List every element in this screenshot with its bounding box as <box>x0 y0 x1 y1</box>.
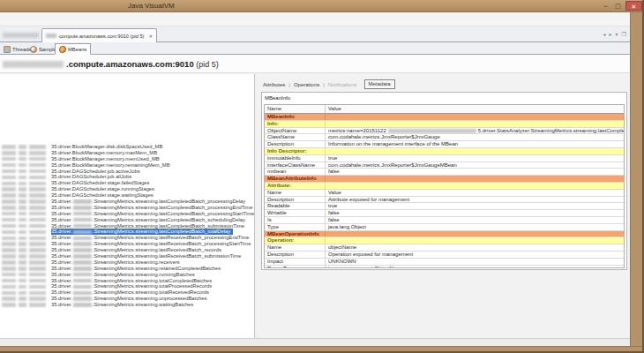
metadata-name-cell: Impact <box>265 259 326 265</box>
mbean-tree-item[interactable]: 35.driver..StreamingMetrics.streaming.re… <box>0 266 254 272</box>
mbean-tree-item[interactable]: 35.driver..StreamingMetrics.streaming.to… <box>0 278 254 284</box>
java-visualvm-window: Java VisualVM – ▢ ✕ compute.amazonaws.co… <box>0 0 644 353</box>
mbean-tree-item-label: 35.driver..StreamingMetrics.streaming.wa… <box>51 302 193 308</box>
window-titlebar[interactable]: Java VisualVM – ▢ ✕ <box>0 0 644 12</box>
redacted-prefix <box>0 237 51 241</box>
metadata-value-cell: com.codahale.metrics.JmxReporter$JmxGaug… <box>326 162 624 169</box>
mbean-tree-item[interactable]: 35.driver.DAGScheduler.stage.runningStag… <box>0 186 254 192</box>
tab-attributes[interactable]: Attributes <box>263 82 285 87</box>
metadata-row[interactable]: ImpactUNKNOWN <box>265 259 624 266</box>
metadata-name-cell: Writable <box>265 210 326 216</box>
metadata-row[interactable]: Writablefalse <box>265 210 624 217</box>
mbean-tree-item[interactable]: 35.driver..StreamingMetrics.streaming.la… <box>0 229 254 235</box>
metadata-name-cell: Info Descriptor: <box>265 148 326 154</box>
redacted-segment <box>73 212 92 216</box>
scroll-left-icon[interactable]: ◂ <box>603 31 606 38</box>
metadata-row[interactable]: ClassNamecom.codahale.metrics.JmxReporte… <box>265 134 624 141</box>
mbean-tree-item[interactable]: 35.driver.DAGScheduler.job.activeJobs <box>0 169 254 175</box>
mbean-tree-item[interactable]: 35.driver..StreamingMetrics.streaming.ru… <box>0 272 254 278</box>
scroll-right-icon[interactable]: ▸ <box>610 31 612 38</box>
mbean-tree-item[interactable]: 35.driver.BlockManager.memory.maxMem_MB <box>0 150 254 156</box>
close-button[interactable]: ✕ <box>625 1 642 11</box>
metadata-row[interactable]: MBeanInfo <box>265 114 624 121</box>
tab-metadata[interactable]: Metadata <box>364 79 395 89</box>
mbean-tree-item[interactable]: 35.driver.DAGScheduler.job.allJobs <box>0 174 254 180</box>
metadata-row[interactable]: MBeanAttributeInfo <box>265 176 624 183</box>
tab-mbeans[interactable]: MBeans <box>55 43 91 55</box>
tab-list-dropdown-icon[interactable]: ▾ <box>616 31 618 38</box>
tab-close-icon[interactable]: ✕ <box>148 34 153 39</box>
metadata-row[interactable]: Readabletrue <box>265 203 624 210</box>
mbean-tree-item[interactable]: 35.driver..StreamingMetrics.streaming.wa… <box>0 302 254 308</box>
metadata-row[interactable]: interfaceClassNamecom.codahale.metrics.J… <box>265 162 624 169</box>
mbean-tree-item[interactable]: 35.driver.BlockManager.disk.diskSpaceUse… <box>0 144 254 150</box>
metadata-row[interactable]: NameValue <box>265 190 624 197</box>
mbean-tree-item[interactable]: 35.driver..StreamingMetrics.streaming.to… <box>0 289 254 296</box>
mbean-tree-item[interactable]: 35.driver..StreamingMetrics.streaming.la… <box>0 205 254 211</box>
metadata-row[interactable]: Attribute: <box>265 183 624 190</box>
mbean-tree-item[interactable]: 35.driver..StreamingMetrics.streaming.la… <box>0 217 254 223</box>
window-title: Java VisualVM <box>128 2 175 10</box>
name-column-header[interactable]: Name <box>265 105 326 113</box>
metadata-name-cell: ReturnType <box>265 266 326 268</box>
metadata-row[interactable]: NameobjectName <box>265 244 624 252</box>
metadata-row[interactable]: Isfalse <box>265 217 624 224</box>
metadata-name-cell: Readable <box>265 203 326 209</box>
metadata-row[interactable]: ReturnTypejavax.management.ObjectName <box>265 266 624 268</box>
metadata-row[interactable]: MBeanOperationInfo <box>265 231 624 238</box>
metadata-row[interactable]: Info Descriptor: <box>265 148 624 155</box>
mbeans-icon <box>59 46 66 53</box>
mbean-tree-item[interactable]: 35.driver..StreamingMetrics.streaming.la… <box>0 223 254 229</box>
metadata-row[interactable]: DescriptionInformation on the management… <box>265 141 624 148</box>
document-tab[interactable]: compute.amazonaws.com:9010 (pid 5) ✕ <box>41 28 157 42</box>
mbean-tree-item[interactable]: 35.driver.BlockManager.memory.remainingM… <box>0 162 254 169</box>
metadata-name-cell: Is <box>265 217 326 223</box>
metadata-row[interactable]: immutableInfotrue <box>265 155 624 162</box>
mbean-tree-item[interactable]: 35.driver..StreamingMetrics.streaming.un… <box>0 296 254 302</box>
value-column-header[interactable]: Value <box>326 105 341 113</box>
redacted-prefix <box>0 145 51 149</box>
redacted-tab-label[interactable] <box>3 33 39 38</box>
mbean-tree-item[interactable]: 35.driver..StreamingMetrics.streaming.re… <box>0 259 254 266</box>
tab-notifications: Notifications <box>328 82 357 87</box>
mbean-tree-item[interactable]: 35.driver..StreamingMetrics.streaming.la… <box>0 253 254 259</box>
metadata-row[interactable]: Typejava.lang.Object <box>265 224 624 231</box>
metadata-value-cell: true <box>326 203 624 209</box>
mbean-tree-item[interactable]: 35.driver.DAGScheduler.stage.waitingStag… <box>0 192 254 199</box>
redacted-segment <box>73 267 92 271</box>
maximize-button[interactable]: ▢ <box>613 1 623 11</box>
minimize-button[interactable]: – <box>601 1 610 11</box>
metadata-value-cell <box>326 148 624 154</box>
redacted-hostname <box>3 61 64 68</box>
metadata-row[interactable]: DescriptionOperation exposed for managem… <box>265 252 624 259</box>
metadata-row[interactable]: DescriptionAttribute exposed for managem… <box>265 197 624 204</box>
metadata-name-cell: Type <box>265 224 326 230</box>
redacted-segment <box>73 297 92 301</box>
redacted-prefix <box>0 273 51 277</box>
mbean-tree-item-label: 35.driver.BlockManager.disk.diskSpaceUse… <box>51 144 162 150</box>
mbean-tree-item[interactable]: 35.driver..StreamingMetrics.streaming.la… <box>0 235 254 241</box>
metadata-value-cell <box>326 237 624 244</box>
mbean-tree-item[interactable]: 35.driver..StreamingMetrics.streaming.to… <box>0 283 254 289</box>
mbean-tree-item[interactable]: 35.driver..StreamingMetrics.streaming.la… <box>0 199 254 205</box>
mbean-tree-item-label: 35.driver.DAGScheduler.stage.runningStag… <box>51 186 154 192</box>
metadata-table: Name Value MBeanInfoInfo:ObjectNamemetri… <box>264 104 625 268</box>
redacted-prefix <box>0 182 51 186</box>
metadata-row[interactable]: mxbeanfalse <box>265 169 624 176</box>
metadata-row[interactable]: Info: <box>265 121 624 128</box>
mbean-tree-item[interactable]: 35.driver..StreamingMetrics.streaming.la… <box>0 211 254 217</box>
maximize-view-icon[interactable]: ❐ <box>622 31 626 38</box>
mbean-tree-item-label: 35.driver.DAGScheduler.job.allJobs <box>51 174 131 180</box>
mbean-tree-item[interactable]: 35.driver..StreamingMetrics.streaming.la… <box>0 241 254 247</box>
metadata-name-cell: ObjectName <box>265 128 326 134</box>
redacted-prefix <box>0 267 51 271</box>
mbean-tree-item[interactable]: 35.driver.DAGScheduler.stage.failedStage… <box>0 180 254 186</box>
tab-operations[interactable]: Operations <box>294 82 319 87</box>
redacted-prefix <box>0 224 51 229</box>
redacted-segment <box>73 254 92 259</box>
mbean-tree-item-label: 35.driver..StreamingMetrics.streaming.la… <box>51 247 221 253</box>
mbean-tree-item[interactable]: 35.driver.BlockManager.memory.memUsed_MB <box>0 156 254 162</box>
metadata-row[interactable]: Operation: <box>265 237 624 244</box>
metadata-row[interactable]: ObjectNamemetrics:name=201511225.driver.… <box>265 128 624 135</box>
mbean-tree-item[interactable]: 35.driver..StreamingMetrics.streaming.la… <box>0 247 254 253</box>
